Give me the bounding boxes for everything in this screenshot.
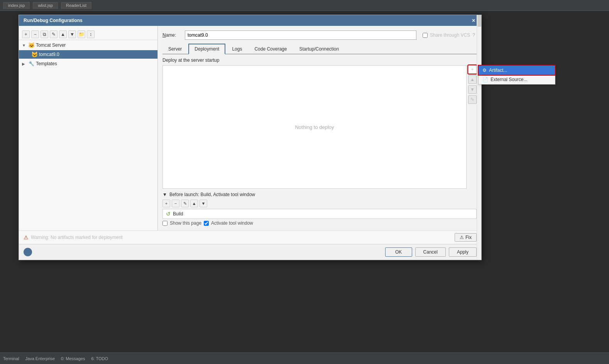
before-launch-header[interactable]: ▼ Before launch: Build, Activate tool wi… (162, 192, 477, 197)
tab-code-coverage[interactable]: Code Coverage (249, 44, 293, 54)
bl-edit-button[interactable]: ✎ (181, 200, 189, 207)
right-panel: Name: Share through VCS ? Server Deploym… (158, 26, 481, 230)
bl-down-button[interactable]: ▼ (200, 200, 207, 207)
terminal-tab[interactable]: Terminal (3, 356, 19, 361)
share-help-icon: ? (472, 32, 475, 38)
up-arrow-icon: ▲ (470, 77, 475, 82)
checkbox-row: Show this page Activate tool window (162, 220, 477, 226)
tomcat-server-arrow: ▼ (22, 43, 27, 47)
todo-tab[interactable]: 6: TODO (91, 356, 108, 361)
share-vcs-checkbox[interactable] (423, 33, 428, 38)
build-label: Build (173, 211, 183, 217)
warning-icon: ⚠ (24, 234, 29, 240)
footer-right: OK Cancel Apply (385, 247, 477, 257)
external-source-icon: 📄 (482, 77, 488, 82)
deploy-edit-button[interactable]: ✎ (468, 95, 477, 104)
dialog-body: + − ⧉ ✎ ▲ ▼ 📁 ↕ ▼ 🐱 Tomcat Server 🐱 tomc… (19, 26, 481, 230)
build-icon: ↺ (166, 211, 171, 217)
deploy-up-button[interactable]: ▲ (468, 75, 477, 84)
fix-button[interactable]: ⚠ Fix (455, 233, 477, 242)
run-debug-dialog: Run/Debug Configurations × + − ⧉ ✎ ▲ ▼ 📁… (19, 15, 482, 260)
artifact-icon: ⚙ (482, 68, 487, 73)
dialog-titlebar: Run/Debug Configurations × (19, 15, 481, 26)
dialog-title-area: Run/Debug Configurations (24, 18, 83, 23)
apply-button[interactable]: Apply (449, 247, 477, 257)
artifact-label: Artifact... (489, 68, 507, 73)
sort-button[interactable]: ↕ (87, 30, 95, 38)
name-label-u: N (162, 32, 166, 38)
before-launch-arrow: ▼ (162, 192, 167, 197)
messages-tab[interactable]: 0: Messages (61, 356, 85, 361)
help-button[interactable] (24, 248, 32, 256)
tomcat9-icon: 🐱 (31, 51, 37, 58)
ide-bottom-bar: Terminal Java Enterprise 0: Messages 6: … (0, 352, 609, 364)
tomcat-server-label: Tomcat Server (36, 42, 66, 48)
edit-config-button[interactable]: ✎ (50, 30, 58, 38)
ok-button[interactable]: OK (385, 247, 412, 257)
show-page-checkbox[interactable] (162, 221, 167, 226)
tomcat-server-icon: 🐱 (28, 42, 34, 48)
warning-left: ⚠ Warning: No artifacts marked for deplo… (24, 234, 123, 240)
deploy-section: Deploy at the server startup Nothing to … (162, 58, 477, 226)
remove-config-button[interactable]: − (31, 30, 39, 38)
move-down-button[interactable]: ▼ (68, 30, 76, 38)
share-vcs-label: Share through VCS (430, 32, 470, 38)
name-row: Name: Share through VCS ? (162, 30, 477, 40)
folder-button[interactable]: 📁 (78, 30, 85, 38)
left-panel: + − ⧉ ✎ ▲ ▼ 📁 ↕ ▼ 🐱 Tomcat Server 🐱 tomc… (19, 26, 158, 230)
java-enterprise-tab[interactable]: Java Enterprise (25, 356, 55, 361)
copy-config-button[interactable]: ⧉ (41, 30, 48, 38)
share-row: Share through VCS ? (423, 32, 475, 38)
templates-arrow: ▶ (22, 62, 27, 66)
deploy-empty-text: Nothing to deploy (295, 124, 334, 130)
tree-tomcat-server[interactable]: ▼ 🐱 Tomcat Server (19, 41, 157, 49)
tab-startup-connection[interactable]: Startup/Connection (293, 44, 345, 54)
tab-deployment[interactable]: Deployment (188, 44, 225, 54)
deploy-add-button[interactable]: + (468, 65, 477, 74)
bl-remove-button[interactable]: − (172, 200, 179, 207)
scrollbar[interactable] (477, 15, 481, 260)
deploy-down-button[interactable]: ▼ (468, 85, 477, 94)
dropdown-external-source[interactable]: 📄 External Source... (479, 75, 555, 84)
build-item: ↺ Build (162, 209, 477, 219)
deploy-label: Deploy at the server startup (162, 58, 477, 63)
tab-logs[interactable]: Logs (226, 44, 248, 54)
down-arrow-icon: ▼ (470, 87, 475, 92)
add-config-button[interactable]: + (22, 30, 30, 38)
external-source-label: External Source... (491, 77, 527, 82)
bl-add-button[interactable]: + (162, 200, 170, 207)
tree-templates[interactable]: ▶ 🔧 Templates (19, 59, 157, 68)
tab-index-jsp[interactable]: index.jsp (3, 2, 30, 9)
cancel-button[interactable]: Cancel (415, 247, 446, 257)
dialog-close-button[interactable]: × (470, 17, 477, 24)
warning-bar: ⚠ Warning: No artifacts marked for deplo… (19, 230, 481, 244)
scroll-thumb (477, 15, 481, 27)
tree-tomcat-9[interactable]: 🐱 tomcat9.0 (19, 50, 157, 59)
ide-top-bar: index.jsp wlist.jsp ReaderList (0, 0, 609, 11)
move-up-button[interactable]: ▲ (59, 30, 67, 38)
deploy-area-wrapper: Nothing to deploy + ⚙ (162, 65, 477, 189)
dropdown-artifact[interactable]: ⚙ Artifact... (479, 66, 555, 75)
tab-server[interactable]: Server (162, 44, 188, 54)
dialog-footer: OK Cancel Apply (19, 244, 481, 260)
fix-warning-icon: ⚠ (460, 235, 464, 240)
tabs-row: Server Deployment Logs Code Coverage Sta… (162, 44, 477, 54)
before-launch-section: ▼ Before launch: Build, Activate tool wi… (162, 192, 477, 226)
left-toolbar: + − ⧉ ✎ ▲ ▼ 📁 ↕ (19, 29, 157, 40)
tab-reader-list[interactable]: ReaderList (61, 2, 91, 9)
templates-icon: 🔧 (28, 61, 34, 67)
artifact-dropdown: ⚙ Artifact... 📄 External Source... (478, 65, 555, 85)
show-page-label: Show this page (170, 220, 201, 226)
name-input[interactable] (185, 30, 416, 40)
warning-text: Warning: No artifacts marked for deploym… (31, 235, 123, 240)
before-launch-toolbar: + − ✎ ▲ ▼ (162, 200, 477, 207)
add-icon: + (471, 67, 474, 72)
tab-wlist-jsp[interactable]: wlist.jsp (33, 2, 58, 9)
bl-up-button[interactable]: ▲ (190, 200, 198, 207)
activate-tool-window-checkbox[interactable] (204, 221, 209, 226)
name-label: Name: (162, 32, 182, 38)
deploy-sidebar-buttons: + ⚙ Artifact... 📄 External Sour (468, 65, 477, 189)
edit-icon: ✎ (470, 97, 474, 102)
add-btn-container: + ⚙ Artifact... 📄 External Sour (468, 65, 477, 74)
templates-label: Templates (36, 61, 57, 66)
